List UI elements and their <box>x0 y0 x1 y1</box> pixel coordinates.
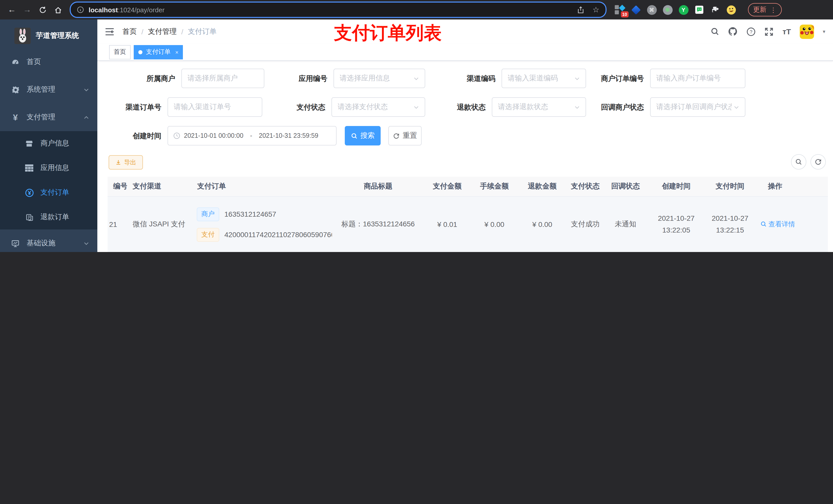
url-path: :1024/pay/order <box>118 6 164 14</box>
avatar[interactable] <box>800 24 814 39</box>
create-time-range-picker[interactable]: 2021-10-01 00:00:00 - 2021-10-31 23:59:5… <box>168 126 337 145</box>
blue-kite-icon[interactable] <box>630 5 641 15</box>
address-bar[interactable]: localhost:1024/pay/order ☆ <box>70 2 606 18</box>
site-info-icon[interactable] <box>77 6 84 13</box>
reload-icon[interactable] <box>36 3 49 16</box>
tab-首页[interactable]: 首页 <box>109 45 130 59</box>
logo-image <box>14 28 31 44</box>
placeholder-text: 请选择退款状态 <box>498 102 572 112</box>
orders-table: 编号支付渠道支付订单商品标题支付金额手续金额退款金额支付状态回调状态创建时间支付… <box>108 177 828 252</box>
monitor-icon <box>11 239 20 247</box>
sidebar-item-商户信息[interactable]: 商户信息 <box>0 131 97 156</box>
cell-refund-amount: ¥ 0.00 <box>519 196 566 252</box>
chevron-up-icon <box>84 115 89 120</box>
filter-input-渠道订单号[interactable]: 请输入渠道订单号 <box>168 97 262 117</box>
font-size-icon[interactable]: ᴛT <box>783 27 791 36</box>
forward-icon[interactable]: → <box>21 3 34 16</box>
table-toolbar: 导出 <box>108 155 828 170</box>
cell-notify-status: 未通知 <box>604 196 646 252</box>
table-header-row: 编号支付渠道支付订单商品标题支付金额手续金额退款金额支付状态回调状态创建时间支付… <box>108 177 828 196</box>
sidebar-item-系统管理[interactable]: 系统管理 <box>0 76 97 103</box>
breadcrumb-item: 支付订单 <box>188 27 217 36</box>
breadcrumb-item[interactable]: 支付管理 <box>148 27 177 36</box>
collapse-sidebar-icon[interactable] <box>105 27 114 35</box>
bookmark-star-icon[interactable]: ☆ <box>593 5 599 14</box>
merchant-order-no: 1635312124657 <box>224 210 276 218</box>
pay-order-line: 支付4200001174202110278060590766 <box>197 228 332 241</box>
sidebar-item-支付管理[interactable]: ¥支付管理 <box>0 103 97 131</box>
sidebar-item-label: 退款订单 <box>41 213 69 222</box>
sidebar-item-label: 支付管理 <box>27 113 55 122</box>
green-dot-circle-icon[interactable] <box>662 5 673 15</box>
back-icon[interactable]: ← <box>5 3 19 16</box>
time-line: 13:22:15 <box>706 224 754 236</box>
date-end-value: 2021-10-31 23:59:59 <box>259 132 318 139</box>
sidebar-item-支付订单[interactable]: 支付订单 <box>0 180 97 205</box>
app-title: 芋道管理系统 <box>36 31 79 41</box>
sidebar-item-基础设施[interactable]: 基础设施 <box>0 230 97 252</box>
browser-update-button[interactable]: 更新 ⋮ <box>748 3 782 16</box>
cell-pay-status: 支付成功 <box>566 196 604 252</box>
date-separator: - <box>247 132 255 139</box>
column-header-创建时间: 创建时间 <box>646 177 706 196</box>
caret-down-icon[interactable]: ▾ <box>823 29 825 34</box>
column-header-支付订单: 支付订单 <box>192 177 332 196</box>
sidebar-item-应用信息[interactable]: 应用信息 <box>0 156 97 180</box>
browser-menu-icon[interactable]: ⋮ <box>770 6 777 14</box>
time-line: 13:22:05 <box>646 224 706 236</box>
chevron-down-icon <box>413 75 419 81</box>
help-icon[interactable]: ? <box>747 27 756 36</box>
placeholder-text: 请选择订单回调商户状态 <box>656 102 732 112</box>
filter-label-渠道编码: 渠道编码 <box>419 69 495 88</box>
date-line: 2021-10-27 <box>646 213 706 224</box>
search-button-label: 搜索 <box>360 131 375 140</box>
toggle-search-button[interactable] <box>791 154 806 170</box>
filter-input-商户订单编号[interactable]: 请输入商户订单编号 <box>650 69 745 88</box>
column-header-支付渠道: 支付渠道 <box>127 177 192 196</box>
github-icon[interactable] <box>728 27 738 37</box>
command-circle-icon[interactable]: ⌘ <box>646 5 657 15</box>
chat-green-icon[interactable] <box>694 5 705 15</box>
screen: ← → localhost:1024/pay/order ☆ 10 ⌘ Y <box>0 0 833 252</box>
column-header-手续金额: 手续金额 <box>470 177 519 196</box>
home-icon[interactable] <box>51 3 65 16</box>
view-detail-link[interactable]: 查看详情 <box>760 220 795 229</box>
emoji-avatar-icon[interactable] <box>726 5 736 15</box>
cell-id: 21 <box>108 196 127 252</box>
filter-select-回调商户状态[interactable]: 请选择订单回调商户状态 <box>650 97 745 117</box>
grid-diamond-icon[interactable]: 10 <box>615 5 625 15</box>
y-green-icon[interactable]: Y <box>678 5 689 15</box>
cell-pay-amount: ¥ 0.01 <box>424 196 470 252</box>
sidebar-item-首页[interactable]: 首页 <box>0 48 97 76</box>
sidebar-item-label: 系统管理 <box>27 85 55 94</box>
order-cell: 商户1635312124657支付42000011742021102780605… <box>192 207 332 241</box>
puzzle-icon[interactable] <box>710 5 720 15</box>
tab-支付订单[interactable]: 支付订单× <box>134 45 183 59</box>
refresh-button[interactable] <box>810 154 826 170</box>
column-header-商品标题: 商品标题 <box>332 177 424 196</box>
breadcrumb-item[interactable]: 首页 <box>122 27 137 36</box>
search-button[interactable]: 搜索 <box>345 126 381 145</box>
sidebar-item-label: 基础设施 <box>27 239 55 248</box>
sidebar-item-label: 首页 <box>27 57 41 67</box>
close-tab-icon[interactable]: × <box>175 49 178 55</box>
breadcrumb-separator: / <box>181 27 184 35</box>
fullscreen-icon[interactable] <box>765 27 774 36</box>
column-header-退款金额: 退款金额 <box>519 177 566 196</box>
view-detail-label: 查看详情 <box>768 220 795 229</box>
store-icon <box>25 140 34 147</box>
sidebar-item-退款订单[interactable]: 退款订单 <box>0 205 97 230</box>
filter-label-应用编号: 应用编号 <box>251 69 327 88</box>
export-button[interactable]: 导出 <box>109 155 143 170</box>
filter-select-应用编号[interactable]: 请选择应用信息 <box>334 69 425 88</box>
app-logo[interactable]: 芋道管理系统 <box>0 20 97 48</box>
table-row: 21微信 JSAPI 支付商户1635312124657支付4200001174… <box>108 196 828 252</box>
sidebar-item-label: 应用信息 <box>41 163 69 173</box>
reset-button[interactable]: 重置 <box>388 126 422 145</box>
share-icon[interactable] <box>577 6 584 14</box>
date-line: 2021-10-27 <box>706 213 754 224</box>
filter-label-商户订单编号: 商户订单编号 <box>567 69 644 88</box>
sidebar-item-label: 支付订单 <box>41 188 69 197</box>
cell-channel: 微信 JSAPI 支付 <box>127 196 192 252</box>
search-icon[interactable] <box>711 27 719 36</box>
